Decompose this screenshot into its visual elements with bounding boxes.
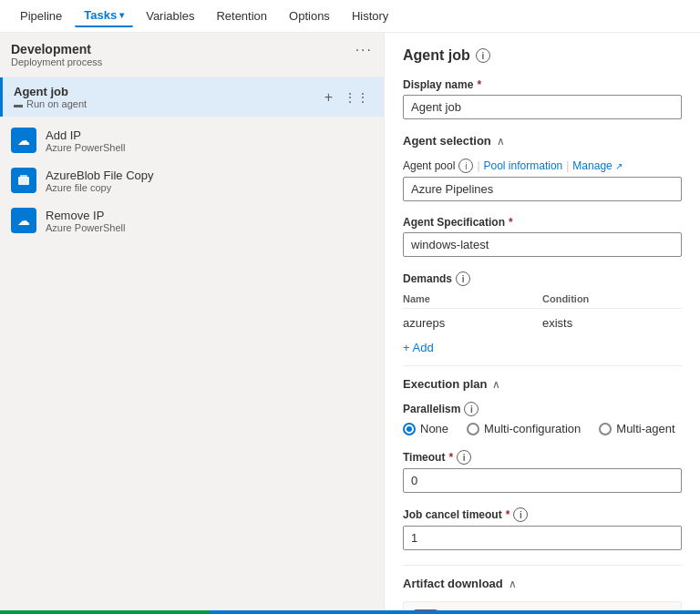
demands-name-0: azureps [403, 316, 542, 330]
parallelism-radio-group: None Multi-configuration Multi-agent [403, 422, 682, 435]
azureblob-icon [11, 168, 36, 193]
agent-job-title: Agent job [14, 85, 87, 98]
dev-menu-button[interactable]: ··· [355, 42, 373, 58]
agent-spec-label: Agent Specification * [403, 216, 682, 229]
left-panel: Development Deployment process ··· Agent… [0, 33, 385, 614]
nav-item-retention[interactable]: Retention [207, 5, 276, 26]
agent-pool-row: Agent pool i | Pool information | Manage… [403, 159, 682, 173]
job-cancel-info-icon[interactable]: i [513, 507, 528, 522]
run-on-agent-icon: ▬ [14, 99, 23, 109]
task-name-azureblob: AzureBlob File Copy [46, 169, 373, 182]
agent-selection-collapse[interactable]: ∧ [497, 135, 505, 148]
timeout-label: Timeout * i [403, 450, 682, 465]
agent-pool-info-icon[interactable]: i [458, 159, 473, 173]
timeout-info-icon[interactable]: i [457, 450, 471, 465]
task-name-remove-ip: Remove IP [46, 209, 373, 222]
job-cancel-input[interactable] [403, 526, 682, 550]
demands-info-icon[interactable]: i [456, 271, 470, 286]
panel-info-icon[interactable]: i [476, 48, 490, 63]
task-item-remove-ip[interactable]: ☁ Remove IP Azure PowerShell [0, 200, 384, 240]
task-item-azureblob[interactable]: AzureBlob File Copy Azure file copy [0, 160, 384, 200]
svg-rect-0 [18, 177, 29, 185]
nav-item-history[interactable]: History [343, 5, 397, 26]
right-panel: Agent job i Display name * Agent selecti… [385, 33, 700, 614]
task-list: ☁ Add IP Azure PowerShell AzureBlob File… [0, 117, 384, 244]
top-nav: Pipeline Tasks ▾ Variables Retention Opt… [0, 0, 700, 33]
parallelism-label: Parallelism i [403, 402, 682, 416]
execution-plan-header: Execution plan ∧ [403, 377, 682, 391]
artifact-download-header: Artifact download ∧ [403, 577, 682, 590]
task-desc-azureblob: Azure file copy [46, 182, 373, 193]
task-name-add-ip: Add IP [46, 128, 373, 142]
job-cancel-section: Job cancel timeout * i [403, 507, 682, 550]
agent-pool-section: Agent pool i | Pool information | Manage… [403, 159, 682, 201]
job-cancel-label: Job cancel timeout * i [403, 507, 682, 522]
bottom-accent [0, 610, 700, 614]
radio-multi-agent[interactable]: Multi-agent [599, 422, 674, 435]
demands-label: Demands i [403, 271, 682, 286]
demands-add-button[interactable]: + Add [403, 341, 682, 354]
display-name-input[interactable] [403, 95, 682, 119]
agent-job-info: Agent job ▬ Run on agent [14, 85, 87, 109]
radio-none-circle [403, 423, 416, 435]
agent-job-subtitle: ▬ Run on agent [14, 98, 87, 109]
radio-none-label: None [420, 422, 448, 435]
agent-job-actions: + ⋮⋮ [321, 87, 373, 107]
timeout-input[interactable] [403, 468, 682, 493]
radio-none[interactable]: None [403, 422, 448, 435]
radio-multi-config[interactable]: Multi-configuration [467, 422, 581, 435]
pool-information-link[interactable]: Pool information [484, 159, 563, 172]
external-link-icon: ↗ [615, 161, 623, 171]
panel-title: Agent job i [403, 47, 682, 64]
radio-multi-config-circle [467, 423, 479, 435]
manage-link[interactable]: Manage ↗ [572, 159, 623, 172]
display-name-section: Display name * [403, 78, 682, 119]
remove-ip-icon: ☁ [11, 208, 36, 233]
dev-title: Development [11, 42, 102, 56]
divider-1 [403, 365, 682, 366]
dev-subtitle: Deployment process [11, 56, 102, 67]
agent-job-menu-button[interactable]: ⋮⋮ [340, 88, 373, 107]
demands-header: Name Condition [403, 290, 682, 309]
task-desc-add-ip: Azure PowerShell [46, 142, 373, 153]
execution-plan-collapse[interactable]: ∧ [492, 378, 500, 391]
parallelism-section: Parallelism i None Multi-configuration M… [403, 402, 682, 435]
agent-pool-input[interactable] [403, 177, 682, 201]
radio-multi-config-label: Multi-configuration [484, 422, 581, 435]
task-desc-remove-ip: Azure PowerShell [46, 222, 373, 233]
svg-rect-1 [20, 175, 27, 178]
display-name-label: Display name * [403, 78, 682, 91]
parallelism-info-icon[interactable]: i [464, 402, 479, 416]
add-task-button[interactable]: + [321, 87, 336, 107]
demands-row-0: azureps exists [403, 312, 682, 333]
demands-cond-0: exists [542, 316, 682, 330]
nav-item-tasks[interactable]: Tasks ▾ [75, 5, 133, 27]
divider-2 [403, 565, 682, 566]
nav-item-options[interactable]: Options [280, 5, 339, 26]
artifact-download-collapse[interactable]: ∧ [509, 578, 517, 590]
add-ip-icon: ☁ [11, 128, 36, 153]
task-item-add-ip[interactable]: ☁ Add IP Azure PowerShell [0, 120, 384, 160]
nav-item-pipeline[interactable]: Pipeline [11, 5, 71, 26]
demands-section: Demands i Name Condition azureps exists … [403, 271, 682, 354]
agent-spec-input[interactable] [403, 232, 682, 257]
agent-spec-section: Agent Specification * [403, 216, 682, 257]
agent-job-bar[interactable]: Agent job ▬ Run on agent + ⋮⋮ [0, 77, 384, 117]
radio-multi-agent-label: Multi-agent [616, 422, 674, 435]
chevron-down-icon: ▾ [119, 10, 124, 20]
dev-header: Development Deployment process ··· [0, 33, 384, 77]
timeout-section: Timeout * i [403, 450, 682, 493]
radio-multi-agent-circle [599, 423, 612, 435]
agent-selection-header: Agent selection ∧ [403, 134, 682, 148]
nav-item-variables[interactable]: Variables [137, 5, 203, 26]
